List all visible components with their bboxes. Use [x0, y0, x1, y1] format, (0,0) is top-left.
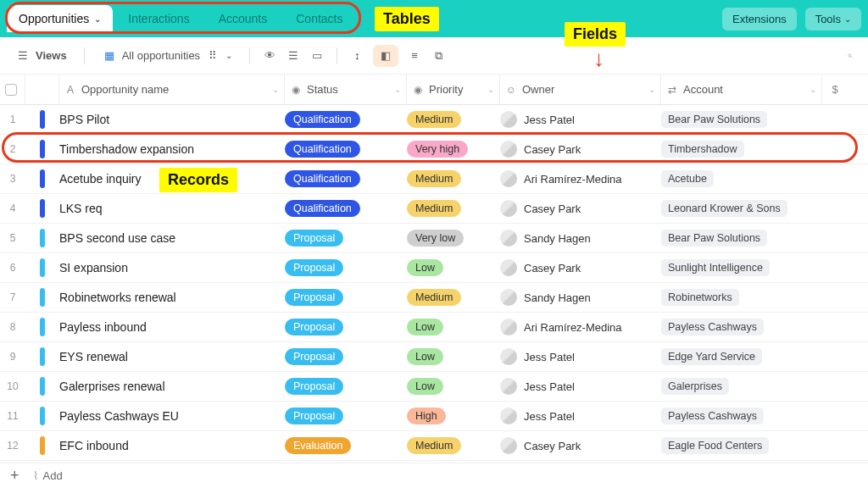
table-tab-contacts[interactable]: Contacts — [282, 5, 356, 32]
cell-account[interactable]: Acetube — [661, 170, 822, 187]
table-row[interactable]: 5BPS second use caseProposalVery lowSand… — [0, 224, 868, 253]
cell-status[interactable]: Proposal — [285, 408, 407, 424]
cell-opportunity-name[interactable]: Timbershadow expansion — [59, 142, 285, 156]
column-header-more[interactable]: $ — [822, 75, 848, 104]
chevron-down-icon[interactable]: ⌄ — [272, 85, 279, 94]
cell-status[interactable]: Evaluation — [285, 437, 407, 454]
cell-opportunity-name[interactable]: EYS renewal — [59, 350, 285, 363]
cell-owner[interactable]: Jess Patel — [500, 408, 661, 424]
cell-status[interactable]: Qualification — [285, 141, 407, 158]
cell-opportunity-name[interactable]: EFC inbound — [59, 439, 285, 452]
chevron-down-icon[interactable]: ⌄ — [648, 85, 655, 94]
column-header-status[interactable]: ◉ Status ⌄ — [285, 75, 407, 104]
table-row[interactable]: 9EYS renewalProposalLowJess PatelEdge Ya… — [0, 342, 868, 372]
table-tab-opportunities[interactable]: Opportunities ⌄ — [7, 5, 113, 32]
cell-opportunity-name[interactable]: Acetube inquiry — [59, 172, 285, 186]
cell-priority[interactable]: Low — [407, 348, 500, 365]
column-header-account[interactable]: ⇄ Account ⌄ — [661, 75, 822, 104]
cell-account[interactable]: Payless Cashways — [661, 408, 822, 424]
group-icon[interactable]: ▭ — [309, 48, 325, 64]
views-menu-button[interactable]: ☰ Views — [10, 45, 72, 67]
cell-status[interactable]: Proposal — [285, 378, 407, 395]
tools-button[interactable]: Tools ⌄ — [805, 8, 861, 30]
cell-priority[interactable]: Medium — [407, 437, 500, 454]
cell-opportunity-name[interactable]: Robinetworks renewal — [59, 291, 285, 304]
chevron-down-icon[interactable]: ⌄ — [810, 85, 816, 94]
cell-priority[interactable]: Low — [407, 259, 500, 276]
table-row[interactable]: 2Timbershadow expansionQualificationVery… — [0, 135, 868, 164]
cell-account[interactable]: Edge Yard Service — [661, 348, 822, 365]
color-icon[interactable]: ◧ — [373, 45, 398, 67]
cell-account[interactable]: Bear Paw Solutions — [661, 111, 822, 128]
chevron-down-icon[interactable]: ⌄ — [487, 85, 494, 94]
cell-status[interactable]: Qualification — [285, 111, 407, 128]
cell-priority[interactable]: Low — [407, 378, 500, 395]
cell-priority[interactable]: Medium — [407, 170, 500, 187]
cell-owner[interactable]: Jess Patel — [500, 348, 661, 365]
cell-opportunity-name[interactable]: Galerprises renewal — [59, 380, 285, 393]
table-tab-accounts[interactable]: Accounts — [205, 5, 281, 32]
cell-account[interactable]: Timbershadow — [661, 141, 822, 158]
table-row[interactable]: 7Robinetworks renewalProposalMediumSandy… — [0, 283, 868, 313]
cell-opportunity-name[interactable]: LKS req — [59, 202, 285, 215]
cell-owner[interactable]: Sandy Hagen — [500, 230, 661, 247]
cell-account[interactable]: Leonard Krower & Sons — [661, 200, 822, 217]
cell-priority[interactable]: Medium — [407, 111, 500, 128]
cell-owner[interactable]: Casey Park — [500, 259, 661, 276]
select-all-header[interactable] — [0, 75, 25, 104]
column-header-owner[interactable]: ☺ Owner ⌄ — [500, 75, 661, 104]
cell-opportunity-name[interactable]: BPS second use case — [59, 231, 285, 245]
cell-owner[interactable]: Casey Park — [500, 200, 661, 217]
table-row[interactable]: 1BPS PilotQualificationMediumJess PatelB… — [0, 105, 868, 135]
cell-status[interactable]: Proposal — [285, 259, 407, 276]
cell-priority[interactable]: Medium — [407, 289, 500, 306]
add-record-button[interactable]: + — [10, 467, 19, 485]
sort-icon[interactable]: ↕ — [349, 48, 364, 64]
cell-account[interactable]: Sunlight Intelligence — [661, 259, 822, 276]
chevron-down-icon[interactable]: ⌄ — [394, 85, 401, 94]
cell-status[interactable]: Proposal — [285, 230, 407, 247]
cell-status[interactable]: Proposal — [285, 289, 407, 306]
cell-opportunity-name[interactable]: Payless inbound — [59, 320, 285, 334]
table-row[interactable]: 8Payless inboundProposalLowAri Ramírez-M… — [0, 313, 868, 342]
cell-priority[interactable]: Very low — [407, 230, 500, 247]
cell-owner[interactable]: Casey Park — [500, 437, 661, 454]
extensions-button[interactable]: Extensions — [722, 8, 797, 30]
hide-fields-icon[interactable]: 👁 — [262, 48, 277, 64]
view-picker[interactable]: ▦ All opportunities ⠿ ⌄ — [97, 45, 238, 67]
table-row[interactable]: 12EFC inboundEvaluationMediumCasey ParkE… — [0, 431, 868, 461]
table-tab-interactions[interactable]: Interactions — [114, 5, 203, 32]
cell-priority[interactable]: Very high — [407, 141, 500, 158]
cell-account[interactable]: Eagle Food Centers — [661, 437, 822, 454]
cell-opportunity-name[interactable]: BPS Pilot — [59, 113, 285, 126]
cell-priority[interactable]: Low — [407, 319, 500, 336]
cell-status[interactable]: Proposal — [285, 348, 407, 365]
row-height-icon[interactable]: ≡ — [407, 48, 422, 64]
cell-owner[interactable]: Ari Ramírez-Medina — [500, 319, 661, 336]
cell-owner[interactable]: Jess Patel — [500, 378, 661, 395]
cell-account[interactable]: Galerprises — [661, 378, 822, 395]
table-row[interactable]: 11Payless Cashways EUProposalHighJess Pa… — [0, 402, 868, 431]
filter-icon[interactable]: ☰ — [286, 48, 301, 64]
cell-priority[interactable]: High — [407, 408, 500, 424]
table-row[interactable]: 3Acetube inquiryQualificationMediumAri R… — [0, 164, 868, 194]
column-header-name[interactable]: A Opportunity name ⌄ — [59, 75, 285, 104]
cell-priority[interactable]: Medium — [407, 200, 500, 217]
table-row[interactable]: 10Galerprises renewalProposalLowJess Pat… — [0, 372, 868, 402]
cell-status[interactable]: Qualification — [285, 200, 407, 217]
share-view-icon[interactable]: ⧉ — [431, 48, 446, 64]
cell-account[interactable]: Bear Paw Solutions — [661, 230, 822, 247]
cell-status[interactable]: Proposal — [285, 319, 407, 336]
cell-account[interactable]: Payless Cashways — [661, 319, 822, 336]
cell-status[interactable]: Qualification — [285, 170, 407, 187]
cell-account[interactable]: Robinetworks — [661, 289, 822, 306]
add-label[interactable]: ⌇Add — [33, 469, 63, 482]
cell-opportunity-name[interactable]: Payless Cashways EU — [59, 409, 285, 423]
cell-owner[interactable]: Casey Park — [500, 141, 661, 158]
table-row[interactable]: 4LKS reqQualificationMediumCasey ParkLeo… — [0, 194, 868, 224]
cell-owner[interactable]: Ari Ramírez-Medina — [500, 170, 661, 187]
search-icon[interactable] — [843, 48, 858, 64]
column-header-priority[interactable]: ◉ Priority ⌄ — [407, 75, 500, 104]
cell-opportunity-name[interactable]: SI expansion — [59, 261, 285, 274]
table-row[interactable]: 6SI expansionProposalLowCasey ParkSunlig… — [0, 253, 868, 283]
